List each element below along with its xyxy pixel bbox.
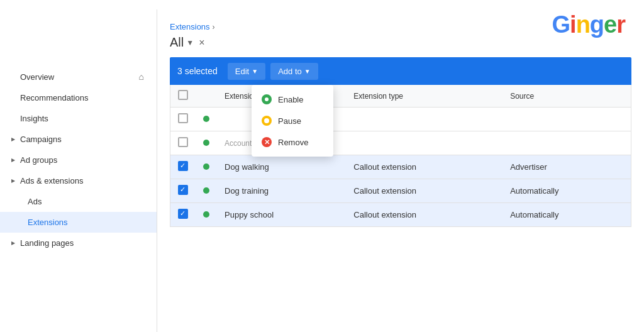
enable-icon [262,94,272,104]
table-row: Dog walking Callout extension Advertiser [170,155,631,179]
pause-label: Pause [278,116,301,126]
main-container: Overview ⌂ Recommendations Insights Camp… [0,0,644,332]
row-source-cell [502,131,631,155]
sidebar-item-overview[interactable]: Overview ⌂ [0,66,157,87]
remove-icon-inner: ✕ [264,138,270,147]
row-checkbox[interactable] [178,137,188,147]
status-dot [203,163,209,170]
row-type-cell: Callout extension [346,155,502,179]
status-dot [203,211,209,218]
remove-label: Remove [278,138,308,147]
breadcrumb-separator: › [213,23,215,31]
extensions-table-wrapper: Extension Extension type Source [170,85,631,227]
row-checkbox[interactable] [178,209,188,219]
enable-icon-inner [265,97,269,101]
col-header-source: Source [502,85,631,108]
row-checkbox-cell [170,179,196,203]
filter-row: All ▼ × [170,35,631,50]
enable-label: Enable [278,95,303,104]
table-row [170,108,631,131]
table-row: Dog training Callout extension Automatic… [170,179,631,203]
row-status-cell [196,155,217,179]
breadcrumb: Extensions › [170,22,631,31]
sidebar-item-label: Overview [20,72,54,82]
sidebar: Overview ⌂ Recommendations Insights Camp… [0,9,157,332]
row-source-cell [502,108,631,131]
row-checkbox-cell [170,203,196,227]
row-source-cell: Automatically [502,203,631,227]
row-checkbox[interactable] [178,185,188,195]
sidebar-item-label: Landing pages [20,238,74,248]
row-type-cell: Callout extension [346,203,502,227]
row-status-cell [196,203,217,227]
content-area: Extensions › All ▼ × 3 selected Edit ▼ A… [157,9,644,332]
edit-arrow-icon: ▼ [252,68,258,75]
row-status-cell [196,131,217,155]
col-header-checkbox [170,85,196,108]
row-name-cell: Dog training [217,179,346,203]
sidebar-item-adgroups[interactable]: Ad groups [0,150,157,170]
row-status-cell [196,108,217,131]
pause-icon-inner [264,118,269,123]
sidebar-item-recommendations[interactable]: Recommendations [0,87,157,108]
sidebar-item-insights[interactable]: Insights [0,108,157,129]
filter-all-button[interactable]: All ▼ [170,35,194,50]
table-row: Puppy school Callout extension Automatic… [170,203,631,227]
row-checkbox-cell [170,131,196,155]
sidebar-item-label: Ad groups [20,155,57,165]
edit-button[interactable]: Edit ▼ [228,63,265,80]
header-checkbox[interactable] [178,90,188,100]
sidebar-item-ads[interactable]: Ads [0,191,157,212]
row-source-cell: Automatically [502,179,631,203]
row-name-cell: Puppy school [217,203,346,227]
sidebar-item-label: Campaigns [20,135,62,144]
sidebar-item-ads-extensions[interactable]: Ads & extensions [0,170,157,191]
action-bar: 3 selected Edit ▼ Add to ▼ Enable [170,57,631,85]
sidebar-item-campaigns[interactable]: Campaigns [0,129,157,150]
status-dot [203,187,209,194]
row-source-cell: Advertiser [502,155,631,179]
col-header-status [196,85,217,108]
row-checkbox[interactable] [178,161,188,171]
col-header-type: Extension type [346,85,502,108]
sidebar-item-label: Recommendations [20,93,88,102]
row-type-cell: Callout extension [346,179,502,203]
home-icon: ⌂ [139,72,144,82]
row-type-cell [346,131,502,155]
sidebar-item-landing-pages[interactable]: Landing pages [0,233,157,253]
dropdown-item-pause[interactable]: Pause [252,110,333,131]
remove-icon: ✕ [262,137,272,147]
row-type-cell [346,108,502,131]
sidebar-item-extensions[interactable]: Extensions [0,212,157,233]
sidebar-item-label: Ads [28,197,42,206]
filter-label: All [170,35,184,50]
row-checkbox-cell [170,108,196,131]
add-to-button[interactable]: Add to ▼ [270,63,318,80]
pause-icon [262,116,272,126]
selected-count: 3 selected [177,66,218,76]
row-checkbox[interactable] [178,113,188,123]
sidebar-item-label: Insights [20,114,48,123]
filter-close-button[interactable]: × [199,37,204,48]
extensions-table: Extension Extension type Source [170,85,631,226]
add-to-arrow-icon: ▼ [304,68,311,75]
row-checkbox-cell [170,155,196,179]
row-name-cell: Dog walking [217,155,346,179]
filter-arrow-icon: ▼ [186,38,194,47]
edit-dropdown-menu: Enable Pause ✕ Remove [252,85,333,157]
status-dot [203,140,209,146]
sidebar-item-label: Ads & extensions [20,176,83,185]
sidebar-item-label: Extensions [28,218,68,227]
dropdown-item-enable[interactable]: Enable [252,89,333,110]
edit-label: Edit [235,67,249,76]
dropdown-item-remove[interactable]: ✕ Remove [252,131,333,153]
add-to-label: Add to [278,67,302,76]
table-row: Account... [170,131,631,155]
status-dot [203,116,209,122]
row-status-cell [196,179,217,203]
breadcrumb-parent[interactable]: Extensions [170,22,210,31]
